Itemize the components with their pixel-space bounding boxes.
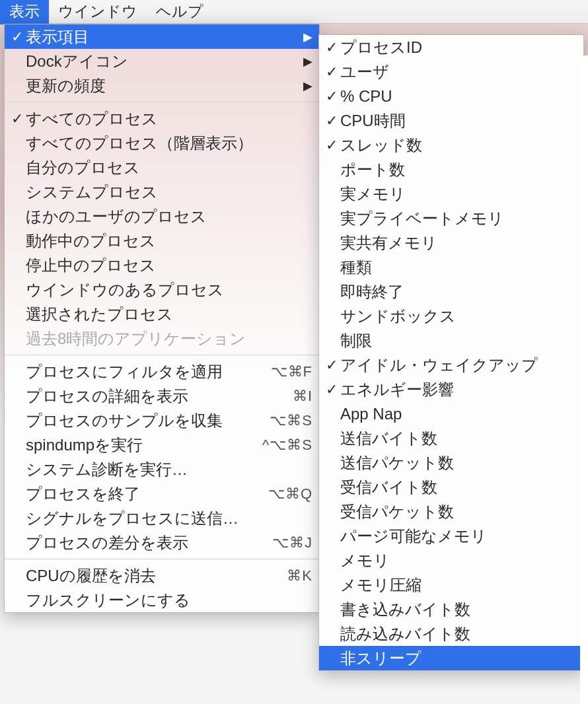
col-memory[interactable]: メモリ (319, 548, 583, 573)
menu-label: 実メモリ (340, 184, 577, 205)
menubar-help[interactable]: ヘルプ (147, 0, 213, 24)
col-energy-impact[interactable]: ✓ エネルギー影響 (319, 377, 583, 402)
menu-send-signal[interactable]: シグナルをプロセスに送信… (5, 506, 319, 530)
menu-clear-cpu-history[interactable]: CPUの履歴を消去 ⌘K (5, 563, 319, 588)
menu-label: 受信パケット数 (340, 501, 577, 522)
menubar-window[interactable]: ウインドウ (49, 0, 147, 24)
menubar: 表示 ウインドウ ヘルプ (0, 0, 588, 24)
menu-filter-processes[interactable]: プロセスにフィルタを適用 ⌥⌘F (5, 359, 319, 384)
col-pageable-mem[interactable]: パージ可能なメモリ (319, 524, 583, 548)
menu-dock-icon[interactable]: Dockアイコン ▶ (5, 49, 319, 73)
check-icon: ✓ (323, 63, 340, 81)
col-sandbox[interactable]: サンドボックス (319, 304, 583, 328)
menu-system-processes[interactable]: システムプロセス (5, 180, 319, 204)
menu-apps-last-8h: 過去8時間のアプリケーション (5, 326, 319, 351)
check-icon: ✓ (9, 28, 26, 46)
view-menu: ✓ 表示項目 ▶ Dockアイコン ▶ 更新の頻度 ▶ ✓ すべてのプロセス す… (4, 24, 320, 613)
menu-label: メモリ (340, 550, 577, 571)
menu-label: パージ可能なメモリ (340, 526, 577, 547)
menu-my-processes[interactable]: 自分のプロセス (5, 155, 319, 180)
menu-label: 送信バイト数 (340, 428, 577, 449)
menubar-view[interactable]: 表示 (0, 0, 49, 24)
menu-label: シグナルをプロセスに送信… (26, 508, 312, 529)
col-app-nap[interactable]: App Nap (319, 402, 583, 426)
menu-label: スレッド数 (340, 135, 577, 156)
check-icon: ✓ (323, 112, 340, 129)
col-restricted[interactable]: 制限 (319, 328, 583, 353)
menu-update-frequency[interactable]: 更新の頻度 ▶ (5, 73, 319, 98)
menu-columns[interactable]: ✓ 表示項目 ▶ (5, 24, 319, 49)
menu-quit-process[interactable]: プロセスを終了 ⌥⌘Q (5, 481, 319, 506)
col-pct-cpu[interactable]: ✓ % CPU (319, 84, 583, 108)
menu-label: 更新の頻度 (26, 75, 301, 96)
menu-windowed-processes[interactable]: ウインドウのあるプロセス (5, 277, 319, 302)
check-icon: ✓ (323, 39, 340, 56)
menu-label: プロセスID (340, 37, 577, 58)
menu-other-user-processes[interactable]: ほかのユーザのプロセス (5, 204, 319, 229)
shortcut-label: ⌥⌘Q (263, 485, 312, 503)
col-idle-wake-ups[interactable]: ✓ アイドル・ウェイクアップ (319, 353, 583, 377)
col-threads[interactable]: ✓ スレッド数 (319, 133, 583, 157)
menu-label: システムプロセス (26, 182, 312, 203)
menu-label: 過去8時間のアプリケーション (26, 328, 312, 349)
menu-label: すべてのプロセス（階層表示） (26, 133, 312, 154)
menu-run-sysdiagnose[interactable]: システム診断を実行… (5, 457, 319, 481)
col-bytes-sent[interactable]: 送信バイト数 (319, 426, 583, 450)
col-kind[interactable]: 種類 (319, 255, 583, 279)
menu-label: 受信バイト数 (340, 477, 577, 498)
col-compressed-mem[interactable]: メモリ圧縮 (319, 573, 583, 597)
menu-label: サンドボックス (340, 306, 577, 327)
col-packets-sent[interactable]: 送信パケット数 (319, 450, 583, 475)
menu-enter-full-screen[interactable]: フルスクリーンにする (5, 588, 319, 612)
col-real-shared-mem[interactable]: 実共有メモリ (319, 230, 583, 255)
menu-label: 実プライベートメモリ (340, 208, 577, 229)
columns-submenu: ✓ プロセスID ✓ ユーザ ✓ % CPU ✓ CPU時間 ✓ スレッド数 ポ… (318, 34, 584, 671)
menu-sample-process[interactable]: プロセスのサンプルを収集 ⌥⌘S (5, 408, 319, 433)
menu-run-spindump[interactable]: spindumpを実行 ^⌥⌘S (5, 433, 319, 457)
shortcut-label: ⌥⌘F (266, 363, 312, 380)
menu-label: エネルギー影響 (340, 379, 577, 400)
menu-separator (5, 559, 319, 559)
col-user[interactable]: ✓ ユーザ (319, 59, 583, 84)
menu-label: 読み込みバイト数 (340, 623, 577, 645)
menu-label: 動作中のプロセス (26, 230, 312, 252)
col-bytes-received[interactable]: 受信バイト数 (319, 475, 583, 499)
menu-selected-processes[interactable]: 選択されたプロセス (5, 302, 319, 326)
shortcut-label: ⌥⌘J (267, 534, 312, 551)
menu-label: ウインドウのあるプロセス (26, 279, 312, 300)
shortcut-label: ^⌥⌘S (257, 437, 312, 454)
col-bytes-read[interactable]: 読み込みバイト数 (319, 621, 583, 646)
menu-label: % CPU (340, 87, 577, 106)
menu-label: ほかのユーザのプロセス (26, 206, 312, 227)
col-bytes-written[interactable]: 書き込みバイト数 (319, 597, 583, 621)
menu-label: 自分のプロセス (26, 157, 312, 178)
check-icon: ✓ (323, 357, 340, 374)
menu-all-processes[interactable]: ✓ すべてのプロセス (5, 106, 319, 131)
col-packets-received[interactable]: 受信パケット数 (319, 499, 583, 524)
col-preventing-sleep[interactable]: 非スリープ (319, 646, 583, 670)
col-real-mem[interactable]: 実メモリ (319, 182, 583, 206)
background-window-fragment (580, 55, 588, 704)
col-sudden-termination[interactable]: 即時終了 (319, 279, 583, 304)
col-cpu-time[interactable]: ✓ CPU時間 (319, 108, 583, 133)
col-pid[interactable]: ✓ プロセスID (319, 35, 583, 59)
col-ports[interactable]: ポート数 (319, 157, 583, 182)
submenu-arrow-icon: ▶ (301, 30, 312, 44)
menu-label: ユーザ (340, 61, 577, 83)
menu-inspect-process[interactable]: プロセスの詳細を表示 ⌘I (5, 384, 319, 408)
menu-all-processes-hier[interactable]: すべてのプロセス（階層表示） (5, 131, 319, 155)
col-real-private-mem[interactable]: 実プライベートメモリ (319, 206, 583, 230)
menu-separator (5, 102, 319, 102)
check-icon: ✓ (323, 381, 340, 398)
menu-active-processes[interactable]: 動作中のプロセス (5, 229, 319, 253)
submenu-arrow-icon: ▶ (301, 79, 312, 93)
menu-show-deltas[interactable]: プロセスの差分を表示 ⌥⌘J (5, 530, 319, 555)
check-icon: ✓ (9, 110, 26, 127)
menu-label: 送信パケット数 (340, 452, 577, 474)
menu-label: Dockアイコン (26, 51, 301, 72)
menu-label: フルスクリーンにする (26, 590, 312, 611)
menu-label: 即時終了 (340, 281, 577, 302)
menu-label: アイドル・ウェイクアップ (340, 355, 577, 376)
menu-inactive-processes[interactable]: 停止中のプロセス (5, 253, 319, 277)
menu-label: システム診断を実行… (26, 459, 312, 480)
